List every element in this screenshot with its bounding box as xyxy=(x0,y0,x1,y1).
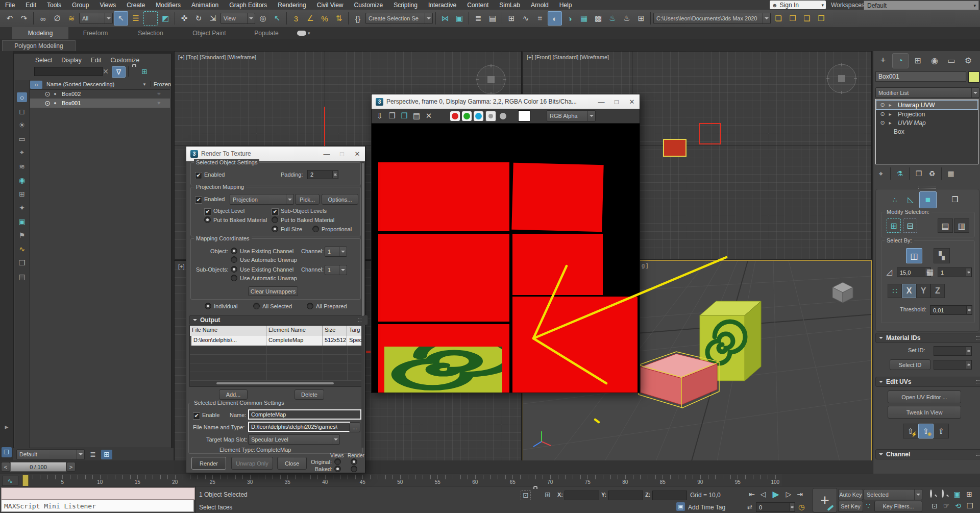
browse-button[interactable]: ... xyxy=(349,422,360,432)
modifier-eye-icon[interactable]: ⊙ xyxy=(878,102,887,108)
toggle-scene-explorer-icon[interactable]: ≣ xyxy=(472,12,485,25)
viewport-left-label[interactable]: [+] xyxy=(178,263,185,270)
undo-icon[interactable]: ↶ xyxy=(3,12,16,25)
sort-descending-icon[interactable]: ▼ xyxy=(142,82,146,87)
output-row-target[interactable]: Spec xyxy=(347,336,362,346)
explorer-tool-icon-8[interactable]: ⊞ xyxy=(17,189,27,199)
viewcube-compass[interactable] xyxy=(825,62,858,95)
stack-item-unwrap-uvw[interactable]: ⊙ ▸ Unwrap UVW xyxy=(876,101,977,109)
x-coordinate-field[interactable] xyxy=(565,491,599,500)
explorer-preset-dropdown[interactable]: Default xyxy=(16,449,85,460)
object-name-field[interactable]: Box001 xyxy=(875,71,966,82)
scrollbar-thumb[interactable] xyxy=(362,163,364,316)
expand-icon[interactable]: ▸ xyxy=(887,120,894,126)
expand-panel-icon[interactable]: ▸ xyxy=(3,423,11,431)
select-by-name-icon[interactable]: ☰ xyxy=(129,12,142,25)
expand-icon[interactable]: ▸ xyxy=(887,102,894,108)
spinner-arrows-icon[interactable] xyxy=(966,347,971,355)
modifier-list-dropdown[interactable]: Modifier List xyxy=(875,87,979,98)
sign-in-button[interactable]: ☻ Sign In ▾ xyxy=(770,1,826,9)
menu-interactive[interactable]: Interactive xyxy=(428,2,456,9)
original-views-radio[interactable] xyxy=(334,458,341,465)
maximize-viewport-toggle-icon[interactable]: ❒ xyxy=(964,501,975,511)
ribbon-tab-object-paint[interactable]: Object Paint xyxy=(179,27,240,39)
select-and-link-icon[interactable]: ∞ xyxy=(36,12,50,25)
maxscript-mini-listener[interactable]: MAXScript Mini Listener xyxy=(1,500,194,512)
output-row-file-name[interactable]: D:\leon\delphis\... xyxy=(190,336,266,346)
box002-wireframe-selected[interactable] xyxy=(663,139,687,157)
menu-group[interactable]: Group xyxy=(72,2,89,9)
align-y-button[interactable]: Y xyxy=(916,284,930,298)
explorer-tool-icon-10[interactable]: ▣ xyxy=(17,216,27,226)
zoom-region-icon[interactable]: ⊡ xyxy=(929,501,940,511)
close-button[interactable]: Close xyxy=(277,457,307,470)
time-configuration-icon[interactable]: ◷ xyxy=(797,502,806,511)
zoom-icon[interactable] xyxy=(930,491,932,497)
select-and-scale-icon[interactable]: ⇲ xyxy=(206,12,219,25)
orbit-icon[interactable]: ⟲ xyxy=(952,501,964,511)
viewcube[interactable] xyxy=(827,276,858,307)
stack-item-box[interactable]: Box xyxy=(876,127,977,136)
isolate-selection-icon[interactable]: ⊡ xyxy=(521,490,531,500)
smoothing-group-spinner[interactable]: 1 xyxy=(938,267,972,277)
align-z-button[interactable]: Z xyxy=(930,284,945,298)
explorer-tool-icon-5[interactable]: ⌖ xyxy=(17,148,27,157)
add-button[interactable]: Add... xyxy=(219,389,248,400)
ribbon-tab-selection[interactable]: Selection xyxy=(122,27,179,39)
object-level-checkbox[interactable] xyxy=(204,207,211,215)
object-color-swatch[interactable] xyxy=(968,71,979,83)
save-to-ram-icon[interactable]: ❒ xyxy=(399,111,409,121)
hierarchy-mode-icon[interactable]: ⊞ xyxy=(140,67,149,76)
edge-mode-icon[interactable]: ◺ xyxy=(903,192,918,207)
scene-script-icon-3[interactable]: ❑ xyxy=(800,12,814,25)
selection-set-dropdown[interactable]: Selected xyxy=(864,489,922,500)
clear-unwrappers-button[interactable]: Clear Unwrappers xyxy=(248,286,298,296)
make-unique-icon[interactable]: ❐ xyxy=(913,168,924,179)
zoom-all-icon[interactable] xyxy=(942,491,944,497)
ribbon-panel-polygon-modeling[interactable]: Polygon Modeling xyxy=(2,40,76,52)
render-in-cloud-icon[interactable]: ⊞ xyxy=(634,12,648,25)
output-row-element-name[interactable]: CompleteMap xyxy=(266,336,323,346)
set-id-spinner[interactable] xyxy=(934,346,972,356)
ring-selection-icon[interactable]: ▥ xyxy=(954,218,969,233)
box001-wireframe[interactable] xyxy=(699,123,721,144)
previous-key-icon[interactable]: ◁ xyxy=(758,489,768,499)
rendered-image[interactable] xyxy=(372,124,640,393)
hierarchy-tab-icon[interactable]: ⊞ xyxy=(910,53,925,67)
planar-angle-icon[interactable]: ◿ xyxy=(883,266,896,278)
curve-editor-icon[interactable]: ∿ xyxy=(519,12,532,25)
time-tag-cube-icon[interactable]: ▣ xyxy=(676,502,685,511)
previous-frame-button[interactable]: < xyxy=(1,462,10,472)
select-by-smoothing-icon[interactable]: ▦ xyxy=(923,266,937,278)
maximize-icon[interactable]: □ xyxy=(609,96,624,107)
all-selected-radio[interactable] xyxy=(253,303,260,309)
time-slider-handle[interactable] xyxy=(22,475,29,486)
select-and-move-icon[interactable]: ✜ xyxy=(178,12,191,25)
spinner-arrows-icon[interactable] xyxy=(966,306,971,314)
target-map-slot-dropdown[interactable]: Specular Level xyxy=(248,434,340,445)
explorer-menu-display[interactable]: Display xyxy=(61,57,81,64)
menu-civil-view[interactable]: Civil View xyxy=(317,2,344,9)
schematic-view-icon[interactable]: ⌗ xyxy=(533,12,547,25)
output-row-size[interactable]: 512x512 xyxy=(323,336,347,346)
window-crossing-icon[interactable]: ◩ xyxy=(159,12,172,25)
remove-modifier-icon[interactable]: ♻ xyxy=(926,168,938,179)
options-button[interactable]: Options... xyxy=(322,194,358,205)
delete-button[interactable]: Delete xyxy=(295,389,324,400)
macro-recorder-field[interactable] xyxy=(1,487,195,500)
explorer-tool-icon-13[interactable]: ❒ xyxy=(17,258,27,267)
render-setup-icon[interactable]: ▦ xyxy=(577,12,591,25)
auto-key-button[interactable]: Auto Key xyxy=(838,489,863,500)
clear-search-icon[interactable]: ✕ xyxy=(102,67,110,76)
bind-to-spacewarp-icon[interactable]: ≋ xyxy=(65,12,78,25)
menu-simlab[interactable]: SimLab xyxy=(499,2,520,9)
search-filter-icon[interactable]: ∇ xyxy=(112,66,126,78)
motion-tab-icon[interactable]: ◉ xyxy=(927,53,942,67)
explorer-tool-icon-12[interactable]: ∿ xyxy=(17,244,27,254)
next-frame-button[interactable]: > xyxy=(66,462,76,472)
reference-coordinate-dropdown[interactable]: View xyxy=(220,13,255,24)
unlink-selection-icon[interactable]: ∅ xyxy=(51,12,64,25)
scene-script-icon-1[interactable]: ❏ xyxy=(772,12,785,25)
background-color-swatch[interactable] xyxy=(518,110,530,121)
viewcube-compass[interactable] xyxy=(475,63,507,96)
